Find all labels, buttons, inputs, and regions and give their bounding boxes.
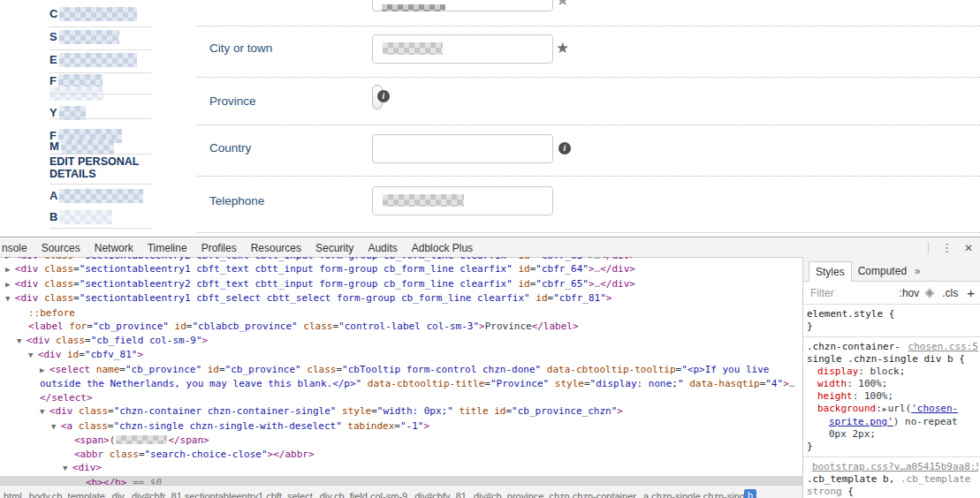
menu-item-initial: C — [49, 7, 57, 20]
code-token: id — [513, 257, 530, 261]
code-token: .cb_template b, — [807, 473, 894, 485]
style-rule-line[interactable]: height: 100%; — [807, 390, 978, 403]
breadcrumb-crumb[interactable]: div#cbfr_81.sectiontableentry1.cbft_sele… — [132, 491, 313, 498]
code-token: "cb_province" — [125, 364, 201, 375]
sidebar-divider — [49, 26, 151, 27]
toggle-hover-state-button[interactable]: :hov — [900, 287, 920, 299]
style-rule-line[interactable]: width: 100%; — [807, 378, 978, 390]
tab-styles[interactable]: Styles — [809, 261, 852, 282]
code-token: } — [807, 321, 813, 332]
dom-tree-line[interactable]: ▼ <div> — [0, 461, 802, 476]
sidebar-divider — [49, 72, 151, 73]
breadcrumb-crumb[interactable]: a.chzn-single.chzn-single-with-deselect — [643, 491, 744, 498]
breadcrumb-crumb[interactable]: div — [112, 491, 125, 498]
dom-tree-line[interactable]: <span>(</span> — [0, 434, 802, 448]
style-rule-line[interactable]: chosen.css:5.chzn-container-single .chzn… — [807, 341, 978, 366]
devtools-tab-network[interactable]: Network — [87, 239, 141, 257]
dom-tree-line[interactable]: ▼ <div class="cb_field col-sm-9"> — [0, 334, 802, 349]
code-token: <select — [49, 364, 90, 375]
style-rule-line[interactable] — [803, 336, 980, 337]
form-row-separator — [196, 232, 980, 233]
city-input[interactable] — [372, 34, 553, 64]
style-rule-line[interactable]: } — [807, 441, 978, 453]
redacted-menu-text — [61, 140, 114, 154]
code-token: style — [336, 405, 371, 417]
tab-computed[interactable]: Computed — [852, 261, 913, 281]
sidebar-menu-item[interactable]: M — [49, 140, 114, 155]
dom-tree-line[interactable]: <label for="cb_province" id="cblabcb_pro… — [0, 320, 802, 334]
menu-item-initial: B — [49, 210, 57, 223]
code-token: "4" — [765, 378, 783, 389]
style-rule-line[interactable] — [803, 456, 980, 457]
sidebar-menu-item[interactable]: E — [49, 53, 137, 68]
sidebar-menu-item[interactable]: C — [49, 7, 137, 22]
style-rule-line[interactable]: .cb_template b, .cb_template strong { — [807, 473, 978, 498]
info-icon[interactable]: i — [377, 90, 390, 102]
devtools-tab-nsole[interactable]: nsole — [0, 239, 34, 257]
devtools-tab-security[interactable]: Security — [308, 239, 361, 257]
overflow-menu-icon[interactable]: ⋮ — [941, 241, 950, 254]
breadcrumb-crumb[interactable]: div#cbfv_81 — [414, 491, 467, 498]
style-rule-line[interactable]: } — [807, 321, 978, 333]
code-token: "control-label col-sm-3" — [338, 321, 479, 332]
sidebar-menu-item[interactable]: S — [49, 30, 119, 45]
info-icon[interactable]: i — [558, 142, 571, 155]
telephone-input[interactable] — [372, 186, 553, 215]
code-token: = — [139, 449, 145, 460]
code-token: tabindex — [342, 420, 395, 432]
breadcrumb-crumb[interactable]: div#cb_province_chzn.chzn-container — [474, 491, 636, 498]
dom-tree-line[interactable]: ▼ <a class="chzn-single chzn-single-with… — [0, 419, 802, 434]
sidebar-item-edit-personal-details[interactable]: EDIT PERSONALDETAILS — [49, 155, 139, 180]
breadcrumb-path[interactable]: htmlbody.cb_templatedivdiv#cbfr_81.secti… — [0, 491, 744, 498]
devtools-tab-resources[interactable]: Resources — [244, 239, 308, 257]
code-token: = — [73, 257, 80, 261]
toggle-class-button[interactable]: .cls — [942, 287, 958, 299]
style-rule-line[interactable]: bootstrap.css?v…a05415b9aa8:5 — [807, 461, 978, 473]
code-token: class — [298, 321, 333, 332]
breadcrumb-crumb[interactable]: html — [4, 491, 22, 498]
dom-tree-line[interactable]: ▶ <div class="sectiontableentry1 cbft_te… — [0, 262, 802, 277]
code-token[interactable]: bootstrap.css?v…a05415b9aa8:5 — [812, 461, 978, 472]
sidebar-menu-item[interactable]: A — [49, 189, 143, 204]
code-token: = — [119, 364, 125, 375]
tabs-overflow-icon[interactable]: » — [915, 265, 921, 281]
breadcrumb-crumb[interactable]: div.cb_field.col-sm-9 — [320, 491, 407, 498]
devtools-tab-adblock-plus[interactable]: Adblock Plus — [405, 239, 480, 257]
breadcrumb-crumb[interactable]: body.cb_template — [29, 491, 105, 498]
dom-tree-line[interactable]: <abbr class="search-choice-close"></abbr… — [0, 448, 802, 462]
style-rule-line[interactable]: element.style { — [807, 308, 978, 321]
star-icon[interactable]: ★ — [556, 41, 569, 56]
breadcrumb-selected-node[interactable]: b — [744, 489, 756, 498]
dom-tree-line[interactable]: ▼ <div class="sectiontableentry1 cbft_se… — [0, 291, 802, 306]
style-rule-line[interactable]: display: block; — [807, 366, 978, 378]
code-token: Province — [485, 321, 532, 332]
country-input[interactable] — [372, 134, 553, 163]
code-token: ▶ — [40, 366, 49, 374]
sidebar-menu-item[interactable]: B — [49, 210, 112, 225]
dom-tree-line[interactable]: ▼ <div id="cbfv_81"> — [0, 348, 802, 363]
code-token: <div — [27, 335, 50, 346]
code-token[interactable]: chosen.css:5 — [908, 341, 978, 353]
devtools-tab-sources[interactable]: Sources — [34, 239, 87, 257]
code-token: "cbTooltip form-control chzn-done" — [342, 364, 541, 375]
code-token: </span> — [168, 434, 209, 446]
code-token: ▶ — [883, 405, 887, 413]
dom-tree-line[interactable]: ▼ <div class="chzn-container chzn-contai… — [0, 404, 802, 419]
sidebar-divider — [49, 118, 151, 119]
devtools-tab-audits[interactable]: Audits — [361, 239, 404, 257]
field-above-city-input[interactable] — [372, 0, 553, 11]
devtools-tab-profiles[interactable]: Profiles — [194, 239, 244, 257]
element-state-icon[interactable] — [925, 288, 935, 298]
close-icon[interactable]: ✕ — [964, 242, 973, 254]
dom-tree-line[interactable]: ::before — [0, 306, 802, 321]
new-style-rule-button[interactable]: + — [967, 285, 975, 300]
style-rule-line[interactable]: background:▶url('chosen-sprite.png') no-… — [807, 403, 978, 441]
styles-filter-input[interactable]: Filter — [803, 287, 900, 299]
code-token: "search-choice-close" — [145, 449, 268, 460]
dom-tree-line[interactable]: ▶ <select name="cb_province" id="cb_prov… — [0, 363, 802, 405]
dom-tree-line[interactable]: ▶ <div class="sectiontableentry2 cbft_te… — [0, 277, 802, 292]
star-icon[interactable]: ★ — [556, 0, 569, 8]
city-label: City or town — [209, 42, 272, 55]
code-token: id — [489, 405, 506, 417]
devtools-tab-timeline[interactable]: Timeline — [141, 239, 194, 257]
